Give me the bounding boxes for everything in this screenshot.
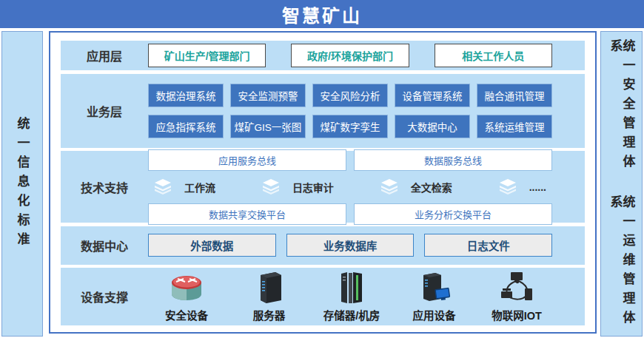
- application-layer-row: 应用层 矿山生产/管理部门 政府/环境保护部门 相关工作人员: [61, 41, 585, 70]
- device-item-storage: 存储器/机房: [313, 271, 390, 322]
- data-service-bus-bar: 数据服务总线: [354, 149, 552, 171]
- device-label: 安全设备: [165, 307, 208, 322]
- business-box-equipment-management: 设备管理系统: [395, 84, 470, 107]
- data-box-log-files: 日志文件: [424, 234, 552, 257]
- diagram-body: 统一信息化标准 应用层 矿山生产/管理部门 政府/环境保护部门 相关工作人员 业…: [0, 31, 644, 338]
- business-box-risk-analysis: 安全风险分析: [312, 84, 388, 107]
- data-box-external-data: 外部数据: [148, 234, 276, 257]
- middleware-label: 全文检索: [411, 180, 452, 195]
- device-item-iot: 物联网IOT: [478, 271, 555, 322]
- app-device-icon: [417, 271, 452, 305]
- title-banner: 智慧矿山: [0, 0, 644, 28]
- tech-support-content: 应用服务总线 数据服务总线 工作流: [148, 149, 585, 225]
- tech-support-label: 技术支持: [61, 178, 148, 196]
- device-item-server: 服务器: [231, 271, 308, 322]
- left-pillar-text: 统一信息化标准: [16, 117, 29, 251]
- data-center-layer-row: 数据中心 外部数据 业务数据库 日志文件: [61, 226, 585, 265]
- device-support-layer-row: 设备支撑: [61, 268, 585, 325]
- business-box-digital-twin: 煤矿数字孪生: [312, 115, 388, 138]
- service-bus-row: 应用服务总线 数据服务总线: [148, 149, 552, 171]
- app-service-bus-bar: 应用服务总线: [148, 149, 346, 171]
- device-support-label: 设备支撑: [61, 288, 148, 305]
- layers-icon: [499, 179, 517, 195]
- device-label: 物联网IOT: [492, 307, 542, 322]
- tech-support-layer-row: 技术支持 应用服务总线 数据服务总线 工作流: [61, 151, 585, 223]
- business-row-1: 数据治理系统 安全监测预警 安全风险分析 设备管理系统 融合通讯管理: [148, 84, 552, 107]
- application-box-government-env: 政府/环境保护部门: [291, 44, 409, 67]
- application-box-related-staff: 相关工作人员: [435, 44, 552, 67]
- device-item-security: 安全设备: [148, 271, 225, 322]
- firewall-icon: [167, 271, 206, 305]
- business-row-2: 应急指挥系统 煤矿GIS一张图 煤矿数字孪生 大数据中心 系统运维管理: [148, 115, 552, 138]
- right-pillar-management-systems: 统一安全管理体系 统一运维管理体系: [600, 31, 643, 337]
- business-box-system-ops: 系统运维管理: [477, 115, 552, 138]
- business-box-communication-management: 融合通讯管理: [477, 84, 552, 107]
- iot-icon: [498, 271, 535, 305]
- smart-mine-architecture-diagram: 智慧矿山 统一信息化标准 应用层 矿山生产/管理部门 政府/环境保护部门 相关工…: [0, 0, 644, 338]
- middleware-fulltext-search: 全文检索: [380, 179, 452, 195]
- application-layer-content: 矿山生产/管理部门 政府/环境保护部门 相关工作人员: [148, 44, 585, 67]
- application-box-mine-production: 矿山生产/管理部门: [148, 44, 266, 67]
- business-box-gis-map: 煤矿GIS一张图: [230, 115, 306, 138]
- layers-icon: [380, 179, 398, 195]
- business-box-big-data-center: 大数据中心: [395, 115, 470, 138]
- layers-icon: [154, 179, 172, 195]
- middleware-row: 工作流 日志审计: [148, 177, 552, 197]
- application-layer-label: 应用层: [61, 47, 148, 64]
- device-support-content: 安全设备: [148, 271, 585, 322]
- platform-row: 数据共享交换平台 业务分析交换平台: [148, 203, 552, 225]
- middleware-ellipsis: ......: [499, 179, 546, 195]
- data-center-content: 外部数据 业务数据库 日志文件: [148, 234, 585, 257]
- server-icon: [255, 271, 284, 305]
- business-box-data-governance: 数据治理系统: [148, 84, 224, 107]
- data-box-business-database: 业务数据库: [286, 234, 415, 257]
- storage-icon: [337, 271, 366, 305]
- device-label: 应用设备: [413, 307, 456, 322]
- data-sharing-platform-bar: 数据共享交换平台: [148, 203, 346, 225]
- business-box-safety-monitoring: 安全监测预警: [230, 84, 306, 107]
- business-analysis-platform-bar: 业务分析交换平台: [354, 203, 552, 225]
- middleware-label: ......: [529, 181, 546, 193]
- page-title: 智慧矿山: [282, 1, 362, 27]
- left-pillar-information-standard: 统一信息化标准: [1, 31, 43, 337]
- layers-icon: [262, 179, 280, 195]
- right-pillar-text-ops: 统一运维管理体系: [609, 195, 634, 337]
- device-label: 服务器: [253, 307, 286, 322]
- device-item-application: 应用设备: [396, 271, 473, 322]
- main-panel: 应用层 矿山生产/管理部门 政府/环境保护部门 相关工作人员 业务层 数据治理系…: [49, 31, 597, 334]
- business-layer-label: 业务层: [61, 102, 148, 120]
- data-center-label: 数据中心: [61, 237, 148, 254]
- business-layer-content: 数据治理系统 安全监测预警 安全风险分析 设备管理系统 融合通讯管理 应急指挥系…: [148, 84, 585, 138]
- business-box-emergency-command: 应急指挥系统: [148, 115, 224, 138]
- device-label: 存储器/机房: [323, 307, 380, 322]
- middleware-log-audit: 日志审计: [262, 179, 334, 195]
- middleware-workflow: 工作流: [154, 179, 215, 195]
- middleware-label: 工作流: [184, 180, 215, 195]
- middleware-label: 日志审计: [292, 180, 334, 195]
- business-layer-row: 业务层 数据治理系统 安全监测预警 安全风险分析 设备管理系统 融合通讯管理 应…: [61, 74, 585, 148]
- right-pillar-text-security: 统一安全管理体系: [609, 39, 634, 180]
